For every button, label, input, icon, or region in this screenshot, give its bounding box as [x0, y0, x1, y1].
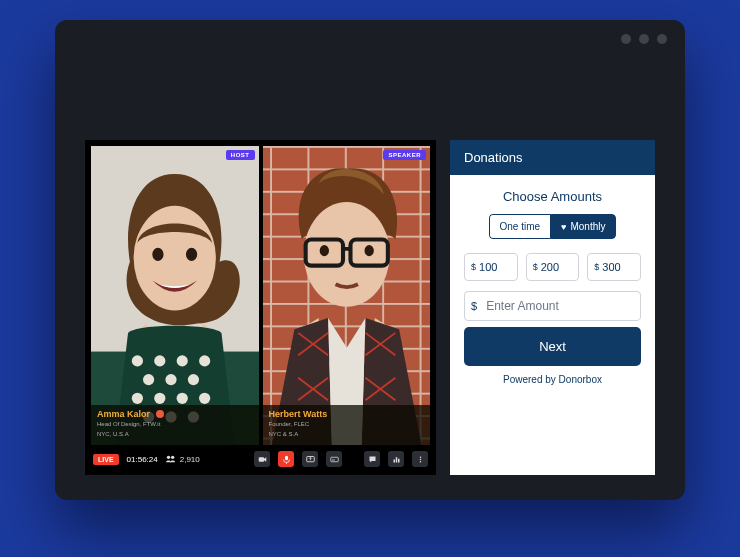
- frequency-monthly[interactable]: ♥ Monthly: [550, 214, 616, 239]
- donation-header: Donations: [450, 140, 655, 175]
- donation-panel: Donations Choose Amounts One time ♥ Mont…: [450, 140, 655, 475]
- amount-presets: $ 100 $ 200 $ 300: [464, 253, 641, 281]
- svg-point-10: [165, 374, 176, 385]
- host-video-placeholder: [91, 146, 259, 445]
- svg-point-6: [154, 355, 165, 366]
- amount-placeholder: Enter Amount: [486, 299, 559, 313]
- svg-point-47: [419, 456, 421, 458]
- app-window: HOST Amma Kalor Head Of Design, FTW.it N…: [55, 20, 685, 500]
- amount-option-3[interactable]: $ 300: [587, 253, 641, 281]
- video-panel: HOST Amma Kalor Head Of Design, FTW.it N…: [85, 140, 436, 475]
- live-badge: LIVE: [93, 454, 119, 465]
- svg-point-9: [143, 374, 154, 385]
- video-tiles: HOST Amma Kalor Head Of Design, FTW.it N…: [91, 146, 430, 445]
- camera-button[interactable]: [254, 451, 270, 467]
- host-location: NYC, U.S.A: [97, 431, 253, 439]
- choose-amounts-title: Choose Amounts: [503, 189, 602, 204]
- svg-text:cc: cc: [331, 458, 335, 462]
- speaker-video-placeholder: [263, 146, 431, 445]
- powered-by: Powered by Donorbox: [503, 374, 602, 385]
- frequency-toggle: One time ♥ Monthly: [489, 214, 617, 239]
- svg-point-13: [154, 393, 165, 404]
- svg-rect-44: [393, 459, 395, 462]
- svg-point-37: [167, 456, 170, 459]
- role-tag-host: HOST: [226, 150, 255, 160]
- viewer-count: 2,910: [166, 455, 200, 464]
- content-area: HOST Amma Kalor Head Of Design, FTW.it N…: [85, 140, 655, 475]
- poll-button[interactable]: [388, 451, 404, 467]
- name-card-host: Amma Kalor Head Of Design, FTW.it NYC, U…: [91, 405, 259, 445]
- svg-point-14: [177, 393, 188, 404]
- heart-icon: ♥: [561, 222, 566, 232]
- next-button[interactable]: Next: [464, 327, 641, 366]
- svg-rect-40: [285, 455, 288, 460]
- screen-share-button[interactable]: [302, 451, 318, 467]
- window-controls: [621, 34, 667, 44]
- chat-button[interactable]: [364, 451, 380, 467]
- people-icon: [166, 455, 176, 463]
- role-tag-speaker: SPEAKER: [383, 150, 426, 160]
- svg-rect-46: [398, 458, 400, 462]
- svg-point-23: [303, 202, 389, 307]
- svg-point-27: [319, 245, 328, 256]
- svg-point-3: [152, 248, 163, 261]
- cc-button[interactable]: cc: [326, 451, 342, 467]
- video-tile-host[interactable]: HOST Amma Kalor Head Of Design, FTW.it N…: [91, 146, 259, 445]
- speaker-location: NYC & S.A: [269, 431, 425, 439]
- custom-amount-input[interactable]: $ Enter Amount: [464, 291, 641, 321]
- window-dot: [621, 34, 631, 44]
- svg-rect-39: [258, 457, 263, 462]
- svg-point-49: [419, 461, 421, 463]
- svg-point-4: [186, 248, 197, 261]
- video-bottom-bar: LIVE 01:56:24 2,910 cc: [91, 449, 430, 469]
- video-tile-speaker[interactable]: SPEAKER Herbert Watts Founder, FLEC NYC …: [263, 146, 431, 445]
- amount-option-1[interactable]: $ 100: [464, 253, 518, 281]
- svg-point-15: [199, 393, 210, 404]
- host-name: Amma Kalor: [97, 409, 150, 419]
- svg-point-5: [132, 355, 143, 366]
- name-card-speaker: Herbert Watts Founder, FLEC NYC & S.A: [263, 405, 431, 445]
- svg-point-11: [188, 374, 199, 385]
- svg-point-8: [199, 355, 210, 366]
- speaker-role: Founder, FLEC: [269, 421, 425, 429]
- svg-point-12: [132, 393, 143, 404]
- window-dot: [657, 34, 667, 44]
- host-role: Head Of Design, FTW.it: [97, 421, 253, 429]
- more-button[interactable]: [412, 451, 428, 467]
- amount-option-2[interactable]: $ 200: [526, 253, 580, 281]
- svg-point-38: [171, 456, 174, 459]
- frequency-one-time[interactable]: One time: [489, 214, 551, 239]
- window-dot: [639, 34, 649, 44]
- mic-muted-icon: [156, 410, 164, 418]
- svg-point-28: [364, 245, 373, 256]
- svg-point-7: [177, 355, 188, 366]
- svg-point-2: [134, 206, 216, 311]
- svg-point-48: [419, 458, 421, 460]
- svg-rect-45: [395, 457, 397, 462]
- speaker-name: Herbert Watts: [269, 409, 328, 419]
- microphone-button[interactable]: [278, 451, 294, 467]
- elapsed-timer: 01:56:24: [127, 455, 158, 464]
